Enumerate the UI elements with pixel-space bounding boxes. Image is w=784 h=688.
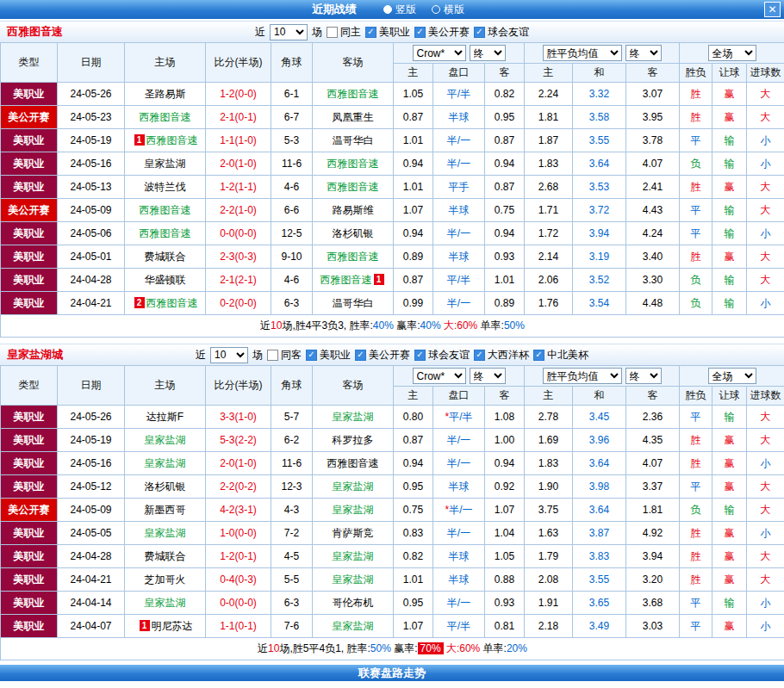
result-cell-1: 赢 — [712, 545, 747, 568]
footer-bar[interactable]: 联赛盘路走势 — [0, 665, 784, 681]
scope-select-1[interactable]: 全场 — [708, 368, 756, 384]
same-venue-checkbox-1[interactable]: 同客 — [267, 348, 302, 363]
result-cell-2: 大 — [747, 475, 784, 499]
date-cell: 24-04-07 — [58, 615, 125, 638]
odds-home-cell: 0.80 — [394, 406, 433, 429]
league-filter-1-3[interactable]: ✓大西洋杯 — [474, 348, 529, 363]
layout-option-horizontal[interactable]: 横版 — [432, 3, 464, 17]
sub-header-0: 主 — [394, 387, 433, 406]
avg-away-cell: 3.03 — [626, 615, 680, 638]
avg-draw-cell: 3.53 — [573, 176, 626, 199]
league-type-cell: 美职业 — [1, 452, 58, 475]
layout-option-vertical[interactable]: 竖版 — [383, 3, 416, 17]
date-cell: 24-05-16 — [58, 452, 125, 475]
league-filter-1-2[interactable]: ✓球会友谊 — [414, 348, 470, 363]
corner-cell: 5-3 — [271, 129, 313, 152]
radio-unselected-icon — [432, 5, 440, 14]
odds-home-cell: 0.95 — [394, 475, 433, 499]
result-cell-0: 胜 — [680, 83, 712, 106]
odds-provider-select-0[interactable]: Crow* — [413, 45, 466, 61]
red-card-badge: 1 — [140, 620, 150, 631]
result-cell-2: 大 — [747, 406, 784, 429]
same-venue-checkbox-0[interactable]: 同主 — [327, 25, 361, 40]
corner-cell: 6-3 — [271, 292, 313, 315]
league-filter-0-2[interactable]: ✓球会友谊 — [474, 25, 529, 40]
summary-segment: 70% — [418, 642, 444, 654]
red-card-badge: 1 — [374, 274, 384, 285]
date-cell: 24-05-23 — [58, 106, 125, 129]
result-cell-1: 输 — [712, 406, 747, 429]
away-team-cell: 皇家盐湖 — [313, 568, 394, 592]
result-cell-1: 输 — [712, 292, 747, 315]
corner-cell: 4-6 — [271, 269, 313, 292]
corner-cell: 6-2 — [271, 429, 313, 452]
avg-odds-select-1[interactable]: 胜平负均值 — [543, 368, 622, 384]
home-team-cell: 新墨西哥 — [125, 499, 206, 522]
result-cell-2: 大 — [747, 429, 784, 452]
odds-home-cell: 0.87 — [394, 429, 433, 452]
home-team-cell: 西雅图音速 — [125, 106, 206, 129]
summary-segment: 60% — [459, 642, 480, 654]
date-cell: 24-05-05 — [58, 522, 125, 545]
avg-home-cell: 1.83 — [525, 152, 573, 176]
match-row: 美职业 24-05-01 费城联合 2-3(0-3) 9-10 西雅图音速 0.… — [1, 245, 784, 269]
team-name: 西雅图音速 — [146, 134, 198, 146]
result-cell-1: 赢 — [712, 475, 747, 499]
home-team-cell: 西雅图音速 — [125, 222, 206, 245]
league-type-cell: 美职业 — [1, 222, 58, 245]
avg-final-select-0[interactable]: 终 — [625, 45, 662, 61]
provider-final-select-0[interactable]: 终 — [470, 45, 506, 61]
away-team-cell: 皇家盐湖 — [313, 406, 394, 429]
layout-option-horizontal-label: 横版 — [444, 3, 464, 17]
score-cell: 1-2(1-1) — [206, 176, 271, 199]
home-team-cell: 皇家盐湖 — [125, 452, 206, 475]
league-type-cell: 美职业 — [1, 292, 58, 315]
date-cell: 24-05-13 — [58, 176, 125, 199]
corner-cell: 7-6 — [271, 615, 313, 638]
avg-home-cell: 2.68 — [525, 176, 573, 199]
avg-draw-cell: 3.32 — [573, 83, 626, 106]
result-cell-0: 胜 — [680, 545, 712, 568]
team-name: 华盛顿联 — [145, 274, 186, 286]
league-filter-0-0[interactable]: ✓美职业 — [365, 25, 410, 40]
matches-table: 类型日期主场比分(半场)角球客场Crow*终胜平负均值终全场 主盘口客主和客胜负… — [0, 365, 784, 660]
league-filter-1-1[interactable]: ✓美公开赛 — [355, 348, 410, 363]
result-cell-2: 大 — [747, 269, 784, 292]
match-row: 美职业 24-04-28 华盛顿联 2-1(2-1) 4-6 西雅图音速1 0.… — [1, 269, 784, 292]
close-button[interactable]: ✕ — [764, 2, 781, 17]
avg-home-cell: 1.76 — [525, 292, 573, 315]
red-card-badge: 1 — [134, 134, 145, 146]
date-cell: 24-05-16 — [58, 152, 125, 176]
result-cell-0: 负 — [680, 152, 712, 176]
league-filter-0-1[interactable]: ✓美公开赛 — [414, 25, 470, 40]
home-team-cell: 圣路易斯 — [125, 83, 206, 106]
away-team-cell: 皇家盐湖 — [313, 475, 394, 499]
recent-count-select-1[interactable]: 10 — [210, 347, 248, 363]
odds-provider-select-1[interactable]: Crow* — [413, 368, 466, 384]
avg-final-select-1[interactable]: 终 — [625, 368, 662, 384]
recent-count-select-0[interactable]: 10 — [270, 24, 308, 40]
corner-cell: 4-3 — [271, 499, 313, 522]
handicap-cell: 半/一 — [433, 129, 485, 152]
scope-select-0[interactable]: 全场 — [708, 45, 756, 61]
score-cell: 1-1(1-0) — [206, 129, 271, 152]
summary-segment: 场,胜5平4负1, 胜率: — [279, 642, 370, 654]
checked-checkbox-icon: ✓ — [414, 350, 426, 361]
avg-draw-cell: 3.98 — [573, 475, 626, 499]
sub-header-0: 主 — [394, 64, 433, 83]
score-cell: 5-3(2-2) — [206, 429, 271, 452]
result-cell-1: 输 — [712, 592, 747, 615]
league-filter-1-4[interactable]: ✓中北美杯 — [533, 348, 588, 363]
odds-away-cell: 0.89 — [485, 292, 525, 315]
away-team-cell: 洛杉矶银 — [313, 222, 394, 245]
odds-away-cell: 0.94 — [485, 152, 525, 176]
league-filter-1-0[interactable]: ✓美职业 — [306, 348, 351, 363]
summary-segment: 50% — [370, 642, 391, 654]
result-cell-2: 大 — [747, 106, 784, 129]
provider-final-select-1[interactable]: 终 — [470, 368, 506, 384]
col-header-5: 客场 — [313, 366, 394, 406]
result-cell-0: 胜 — [680, 452, 712, 475]
odds-away-cell: 1.04 — [485, 522, 525, 545]
handicap-cell: 平手 — [433, 176, 485, 199]
avg-odds-select-0[interactable]: 胜平负均值 — [543, 45, 622, 61]
